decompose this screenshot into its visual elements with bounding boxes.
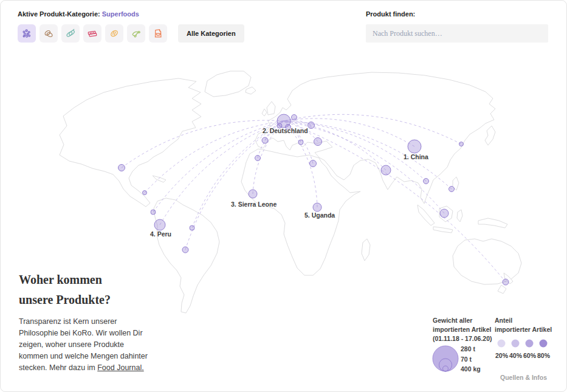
landmass-greenland (205, 71, 251, 97)
category-pantry-button[interactable] (149, 24, 167, 43)
weight-label-min: 400 kg (461, 364, 481, 374)
share-scale-circles (495, 339, 551, 348)
import-bubble[interactable] (449, 187, 455, 192)
share-label-80: 80% (537, 352, 551, 359)
category-fruit-button[interactable] (105, 24, 123, 43)
import-bubble[interactable] (255, 156, 261, 161)
intro-text: Transparenz ist Kern unserer Philosophie… (19, 316, 151, 374)
weight-legend-date-range: (01.11.18 - 17.06.20) (433, 334, 500, 343)
intro-block: Woher kommen unsere Produkte? Transparen… (19, 270, 151, 374)
share-legend-title-line1: Anteil (495, 316, 552, 325)
category-nuts-button[interactable] (40, 24, 58, 43)
superfoods-icon (21, 27, 33, 40)
import-bubble[interactable] (440, 209, 448, 218)
category-snack-button[interactable] (127, 24, 145, 43)
landmass-sulawesi (457, 210, 462, 222)
import-bubble[interactable] (298, 140, 303, 145)
all-categories-button[interactable]: Alle Kategorien (178, 24, 244, 43)
active-category-caption: Aktive Produkt-Kategorie: (18, 10, 100, 18)
landmass-ireland (262, 109, 267, 116)
landmass-madagascar (362, 239, 370, 261)
import-bubble[interactable] (459, 142, 464, 146)
import-bubble[interactable] (151, 210, 156, 215)
landmass-new-zealand-south (498, 285, 506, 294)
landmass-japan (485, 126, 495, 145)
import-bubble[interactable] (262, 137, 268, 143)
bars-icon (86, 27, 98, 40)
landmass-caribbean (153, 176, 166, 182)
import-bubble[interactable] (310, 160, 317, 167)
import-bubble[interactable] (119, 165, 125, 171)
weight-legend: Gewicht aller importierten Artikel (01.1… (433, 316, 500, 383)
share-legend: Anteil importierter Artikel 20% 40% 60% … (495, 316, 552, 359)
landmass-south-america (154, 198, 219, 313)
weight-legend-title-line1: Gewicht aller (433, 316, 500, 325)
active-category-label: Aktive Produkt-Kategorie: Superfoods (18, 10, 139, 18)
category-chip-row (18, 24, 167, 43)
category-dried-fruit-button[interactable] (61, 24, 80, 43)
import-bubble[interactable] (249, 190, 257, 198)
import-bubble[interactable] (503, 279, 509, 285)
landmass-sumatra (418, 205, 435, 225)
landmass-iceland (246, 87, 256, 94)
share-legend-title: Anteil importierter Artikel (495, 316, 552, 334)
category-bars-button[interactable] (83, 24, 101, 43)
import-bubble[interactable] (154, 219, 165, 230)
share-scale-labels: 20% 40% 60% 80% (495, 352, 551, 359)
page-title-line1: Woher kommen (19, 270, 151, 290)
import-bubble[interactable] (190, 225, 194, 230)
weight-scale-labels: 280 t 70 t 400 kg (461, 344, 481, 374)
landmass-united-kingdom (267, 101, 275, 115)
landmass-australia (453, 239, 521, 284)
food-journal-link[interactable]: Food Journal. (97, 363, 143, 372)
product-search-input[interactable] (366, 24, 548, 43)
share-label-20: 20% (495, 352, 509, 359)
sources-link[interactable]: Quellen & Infos (500, 374, 547, 381)
share-legend-title-line2: importierter Artikel (495, 325, 552, 334)
import-bubble[interactable] (286, 125, 291, 130)
import-bubble[interactable] (408, 140, 421, 153)
weight-legend-title-line2: importierten Artikel (433, 325, 500, 334)
import-bubble[interactable] (381, 165, 391, 175)
landmass-java (433, 227, 453, 233)
import-bubble[interactable] (277, 123, 282, 128)
import-bubble[interactable] (314, 138, 322, 146)
import-bubble[interactable] (182, 247, 188, 253)
weight-label-mid: 70 t (461, 354, 481, 365)
import-bubble[interactable] (308, 122, 315, 129)
dried-fruit-icon (64, 27, 77, 40)
snack-icon (130, 27, 142, 40)
import-bubble[interactable] (292, 115, 297, 120)
share-label-60: 60% (523, 352, 537, 359)
landmass-new-guinea (478, 218, 507, 228)
page-title-line2: unsere Produkte? (19, 290, 151, 310)
landmass-north-america (60, 78, 201, 207)
weight-legend-title: Gewicht aller importierten Artikel (01.1… (433, 316, 500, 343)
page-title: Woher kommen unsere Produkte? (19, 270, 151, 310)
import-bubble[interactable] (424, 179, 429, 184)
import-bubble[interactable] (313, 203, 321, 211)
product-origin-map-page: 1. China2. Deutschland3. Sierra Leone4. … (0, 0, 567, 392)
active-category-value: Superfoods (102, 10, 139, 18)
weight-scale-circles (431, 343, 460, 372)
find-product-label: Produkt finden: (366, 10, 415, 18)
share-label-40: 40% (509, 352, 523, 359)
weight-label-max: 280 t (461, 344, 481, 354)
import-bubble[interactable] (143, 191, 147, 195)
nuts-icon (43, 27, 55, 40)
category-superfoods-button[interactable] (18, 24, 36, 43)
pantry-icon (152, 27, 164, 40)
fruit-icon (108, 27, 120, 40)
